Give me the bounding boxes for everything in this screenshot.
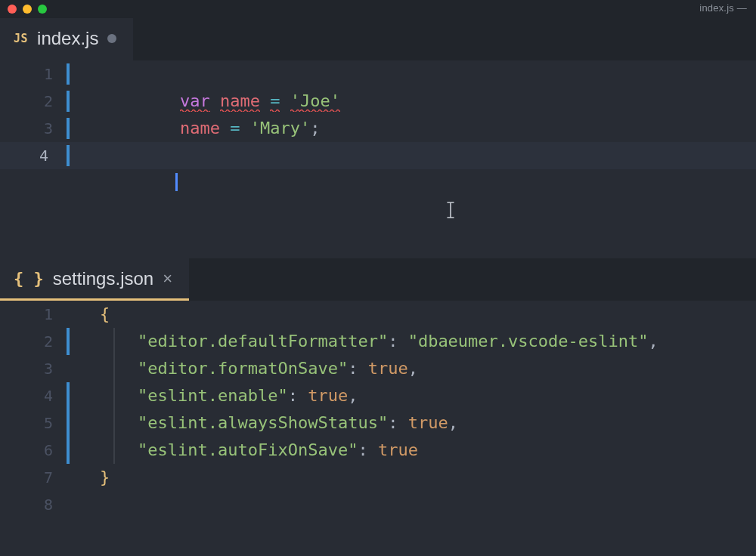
minimize-window-button[interactable] [23,5,32,14]
colon: : [288,386,298,405]
line-number: 7 [0,464,67,491]
colon: : [348,359,358,378]
comma: , [649,332,658,351]
brace: } [100,468,110,486]
line-number: 4 [0,142,62,169]
line-number: 3 [0,355,67,382]
text-cursor [175,173,178,191]
code-line[interactable] [62,142,756,251]
colon: : [388,332,398,351]
brace: { [100,304,110,323]
json-value: "dbaeumer.vscode-eslint" [408,332,649,351]
json-file-icon: { } [14,269,44,288]
tab-index-js[interactable]: JS index.js [0,18,133,60]
code-line[interactable]: { [67,301,110,328]
line-number: 4 [0,382,67,409]
tabbar-top: JS index.js [0,18,756,60]
tab-label: index.js [37,28,98,49]
traffic-lights [8,5,47,14]
line-number: 2 [0,328,67,355]
code-line[interactable]: "editor.defaultFormatter": "dbaeumer.vsc… [67,328,658,355]
json-key: "eslint.enable" [138,386,288,405]
editor-index-js[interactable]: 1 var name = 'Joe' 2 name = 'Mary'; 3 co… [0,60,756,258]
json-key: "eslint.alwaysShowStatus" [138,413,388,432]
json-key: "editor.defaultFormatter" [138,332,388,351]
line-number: 5 [0,409,67,437]
json-key: "editor.formatOnSave" [138,359,348,378]
json-value: true [408,413,448,432]
code-line[interactable]: } [67,464,110,491]
titlebar: index.js — [0,0,756,18]
json-key: "eslint.autoFixOnSave" [138,440,358,459]
line-number: 3 [0,115,67,142]
colon: : [358,440,367,459]
json-value: true [368,359,408,378]
editor-settings-json[interactable]: 1{2"editor.defaultFormatter": "dbaeumer.… [0,301,756,556]
line-number: 6 [0,437,67,464]
code-line[interactable]: "eslint.enable": true, [67,382,358,409]
colon: : [388,413,398,432]
code-line[interactable]: "eslint.autoFixOnSave": true [67,437,418,464]
comma: , [448,413,458,432]
close-window-button[interactable] [8,5,17,14]
ibeam-cursor-icon [446,147,455,164]
comma: , [408,359,418,378]
close-icon[interactable]: × [163,270,172,287]
code-line[interactable]: "eslint.alwaysShowStatus": true, [67,409,458,437]
window-title: index.js — [699,2,747,14]
json-value: true [378,440,418,459]
line-number: 8 [0,491,67,518]
tabbar-bottom: { } settings.json × [0,258,756,301]
tab-settings-json[interactable]: { } settings.json × [0,258,189,301]
comma: , [348,386,358,405]
json-value: true [308,386,348,405]
line-number: 1 [0,301,67,328]
code-line[interactable]: "editor.formatOnSave": true, [67,355,418,382]
modified-dot-icon [107,34,116,43]
zoom-window-button[interactable] [38,5,47,14]
tab-label: settings.json [53,268,153,289]
line-number: 1 [0,60,67,88]
js-file-icon: JS [14,32,28,45]
line-number: 2 [0,88,67,115]
